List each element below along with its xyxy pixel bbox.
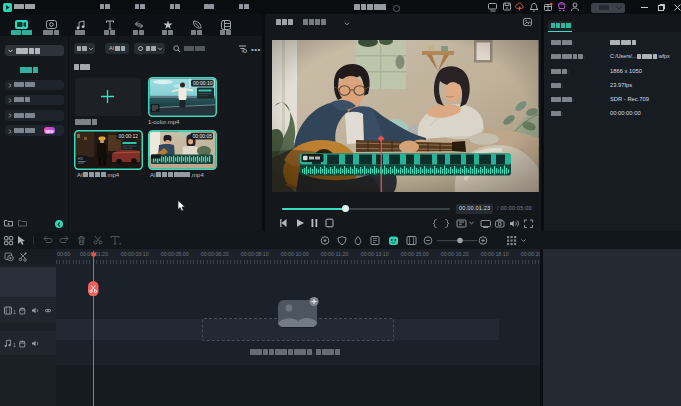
svg-text:00:00:10: 00:00:10 xyxy=(193,80,213,86)
svg-text:00:00:05: 00:00:05 xyxy=(193,133,213,139)
svg-text:1: 1 xyxy=(13,341,16,347)
svg-text:00:00:12: 00:00:12 xyxy=(119,133,139,139)
svg-text:HD: HD xyxy=(78,157,84,161)
svg-text:1: 1 xyxy=(13,309,16,315)
